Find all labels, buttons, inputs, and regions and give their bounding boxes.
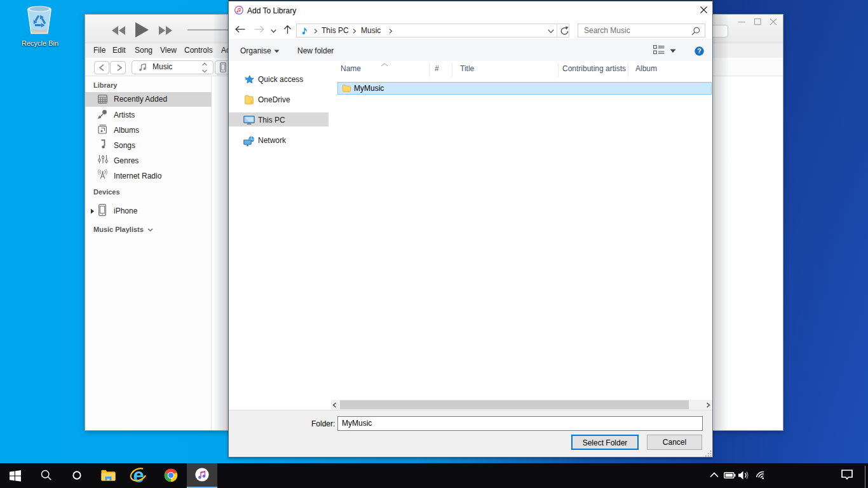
svg-text:?: ? <box>697 47 701 55</box>
